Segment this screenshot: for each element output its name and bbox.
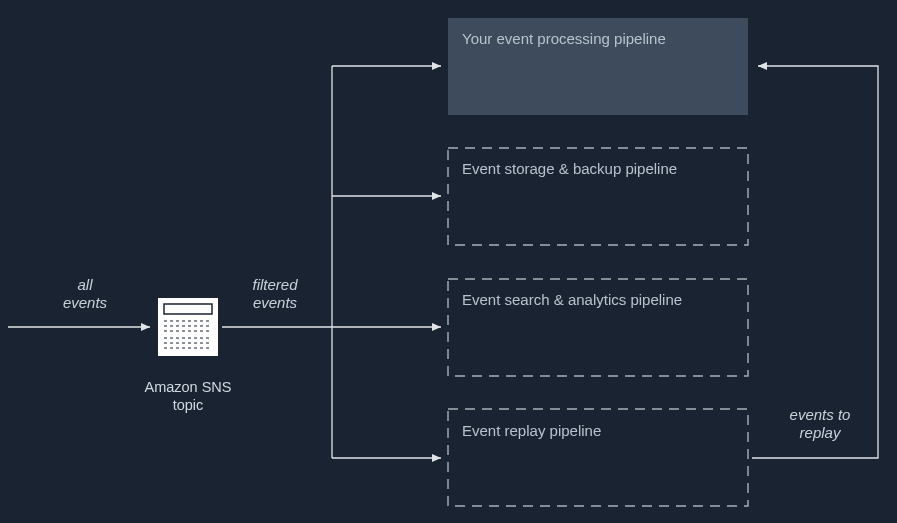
arrow-events-to-replay xyxy=(752,66,878,458)
label-replay-1: events to xyxy=(790,406,851,423)
box-replay-label: Event replay pipeline xyxy=(462,422,601,439)
svg-rect-0 xyxy=(158,298,218,356)
label-filtered-2: events xyxy=(253,294,298,311)
label-all-events-1: all xyxy=(77,276,93,293)
label-filtered-1: filtered xyxy=(252,276,298,293)
box-storage-label: Event storage & backup pipeline xyxy=(462,160,677,177)
sns-topic-icon xyxy=(158,298,218,356)
sns-label-1: Amazon SNS xyxy=(144,379,231,395)
label-all-events-2: events xyxy=(63,294,108,311)
box-processing-label: Your event processing pipeline xyxy=(462,30,666,47)
sns-label-2: topic xyxy=(173,397,204,413)
box-search-label: Event search & analytics pipeline xyxy=(462,291,682,308)
label-replay-2: replay xyxy=(800,424,842,441)
